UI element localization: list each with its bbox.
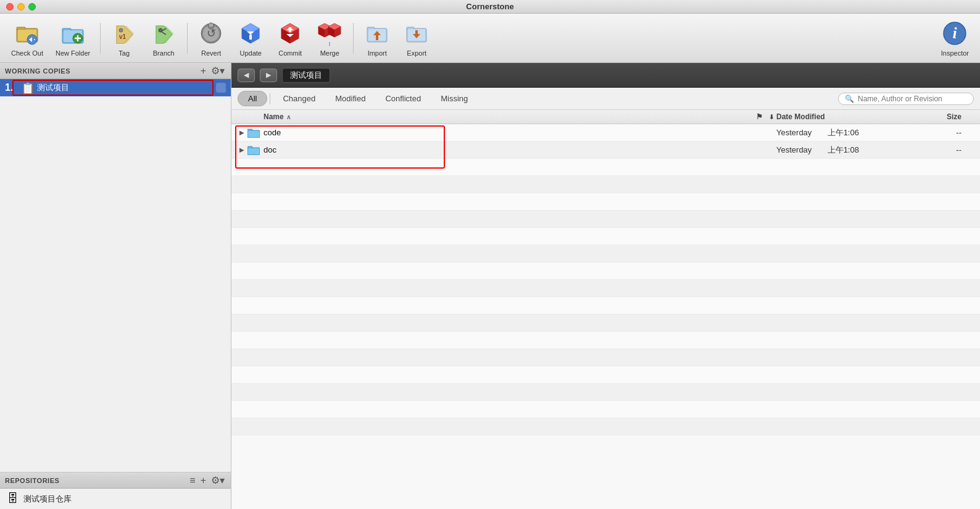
export-label: Export xyxy=(407,49,426,57)
table-row-empty xyxy=(231,332,980,349)
export-button[interactable]: Export xyxy=(398,17,435,59)
tag-label: Tag xyxy=(118,49,130,57)
add-repo-button[interactable]: + xyxy=(199,476,207,486)
import-button[interactable]: Import xyxy=(359,17,396,59)
revert-button[interactable]: ↺ Revert xyxy=(193,17,230,59)
add-working-copy-button[interactable]: + xyxy=(199,66,207,76)
separator-2 xyxy=(187,23,188,54)
row-expand-icon[interactable]: ▶ xyxy=(238,128,246,137)
filter-tab-missing[interactable]: Missing xyxy=(431,91,478,106)
filter-sep-1 xyxy=(270,93,270,104)
table-row-empty xyxy=(231,228,980,245)
export-icon xyxy=(403,20,430,47)
import-label: Import xyxy=(368,49,387,57)
breadcrumb: 测试项目 xyxy=(282,68,330,83)
table-row-empty xyxy=(231,211,980,228)
svg-rect-27 xyxy=(249,35,252,40)
step-1-annotation: 1. xyxy=(5,82,19,93)
checkout-icon xyxy=(14,20,41,47)
search-icon: 🔍 xyxy=(845,95,854,103)
filter-tab-all[interactable]: All xyxy=(238,91,267,106)
working-copy-settings-button[interactable]: ⚙▾ xyxy=(210,66,226,76)
revert-label: Revert xyxy=(201,49,221,57)
working-copy-label: 测试项目 xyxy=(37,82,214,93)
filter-tab-conflicted[interactable]: Conflicted xyxy=(375,91,431,106)
separator-1 xyxy=(100,23,101,54)
table-row-empty xyxy=(231,401,980,418)
row-folder-icon xyxy=(247,128,260,138)
col-date-header: Date Modified xyxy=(776,112,900,121)
tag-icon: v1 xyxy=(110,20,138,47)
svg-rect-58 xyxy=(248,131,259,137)
repo-settings-button[interactable]: ⚙▾ xyxy=(210,476,226,486)
back-button[interactable]: ◀ xyxy=(238,69,255,82)
app-title: Cornerstone xyxy=(466,2,513,11)
repos-list-button[interactable]: ≡ xyxy=(188,476,196,486)
merge-button[interactable]: ↕ Merge xyxy=(311,17,348,59)
table-row[interactable]: ▶ doc Yesterday 上午1:08 xyxy=(231,141,980,159)
search-input[interactable] xyxy=(858,95,967,103)
table-header: Name ∧ ⚑ ⬇ Date Modified Size xyxy=(231,110,980,124)
working-copies-list: 1. 📋 测试项目 xyxy=(0,79,231,96)
row-date: Yesterday 上午1:08 xyxy=(776,145,900,156)
svg-text:v1: v1 xyxy=(119,33,127,40)
commit-button[interactable]: Commit xyxy=(272,17,309,59)
inspector-button[interactable]: i Inspector xyxy=(936,17,974,59)
repository-item[interactable]: 🗄 测试项目仓库 xyxy=(0,489,231,509)
table-row[interactable]: ▶ code Yesterday 上午1:0 xyxy=(231,124,980,141)
repository-label: 测试项目仓库 xyxy=(23,494,72,505)
table-body: 2. ▶ code Yesterday xyxy=(231,124,980,435)
table-row-empty xyxy=(231,366,980,384)
nav-bar: ◀ ▶ 测试项目 xyxy=(231,63,980,88)
col-size-header: Size xyxy=(900,112,974,121)
col-sort-arrow-header: ⬇ xyxy=(766,114,776,120)
checkout-label: Check Out xyxy=(11,49,43,57)
col-name-header: Name ∧ xyxy=(264,112,752,121)
toolbar: Check Out New Folder v1 Tag xyxy=(0,14,980,63)
table-row-empty xyxy=(231,349,980,366)
new-folder-label: New Folder xyxy=(56,49,90,57)
filter-tab-modified[interactable]: Modified xyxy=(325,91,375,106)
working-copy-badge xyxy=(216,83,226,93)
working-copies-controls: + ⚙▾ xyxy=(199,66,226,76)
tag-button[interactable]: v1 Tag xyxy=(106,17,143,59)
svg-rect-61 xyxy=(248,148,259,154)
import-icon xyxy=(363,20,391,47)
repositories-section: REPOSITORIES ≡ + ⚙▾ 🗄 测试项目仓库 xyxy=(0,472,231,509)
content-area: ◀ ▶ 测试项目 All Changed Modified Conflicted… xyxy=(231,63,980,509)
filter-tab-changed[interactable]: Changed xyxy=(273,91,325,106)
svg-rect-53 xyxy=(415,30,418,35)
table-row-empty xyxy=(231,176,980,193)
sidebar: WORKING COPIES + ⚙▾ 1. 📋 测试项目 REPOSITORI… xyxy=(0,63,231,509)
close-button[interactable] xyxy=(6,3,14,11)
update-label: Update xyxy=(239,49,261,57)
main-layout: WORKING COPIES + ⚙▾ 1. 📋 测试项目 REPOSITORI… xyxy=(0,63,980,509)
working-copy-icon: 📋 xyxy=(21,82,33,94)
minimize-button[interactable] xyxy=(17,3,25,11)
working-copies-header: WORKING COPIES + ⚙▾ xyxy=(0,63,231,79)
revert-icon: ↺ xyxy=(197,20,225,47)
table-row-empty xyxy=(231,384,980,401)
branch-button[interactable]: Branch xyxy=(145,17,182,59)
maximize-button[interactable] xyxy=(28,3,36,11)
svg-rect-21 xyxy=(209,23,213,27)
update-button[interactable]: Update xyxy=(232,17,269,59)
row-expand-icon[interactable]: ▶ xyxy=(238,146,246,154)
sidebar-filler xyxy=(0,96,231,472)
merge-icon: ↕ xyxy=(316,20,343,47)
svg-rect-48 xyxy=(376,35,378,40)
row-name: doc xyxy=(264,145,752,154)
table-row-empty xyxy=(231,418,980,435)
file-table: Name ∧ ⚑ ⬇ Date Modified Size 2. ▶ xyxy=(231,110,980,509)
working-copy-item[interactable]: 1. 📋 测试项目 xyxy=(0,79,231,96)
table-row-empty xyxy=(231,159,980,176)
forward-button[interactable]: ▶ xyxy=(260,69,277,82)
table-row-empty xyxy=(231,263,980,280)
working-copies-title: WORKING COPIES xyxy=(5,67,70,75)
inspector-icon: i xyxy=(941,20,968,47)
checkout-button[interactable]: Check Out xyxy=(6,17,48,59)
branch-label: Branch xyxy=(153,49,175,57)
svg-text:↕: ↕ xyxy=(328,40,331,47)
inspector-label: Inspector xyxy=(941,49,969,57)
new-folder-button[interactable]: New Folder xyxy=(51,17,95,59)
